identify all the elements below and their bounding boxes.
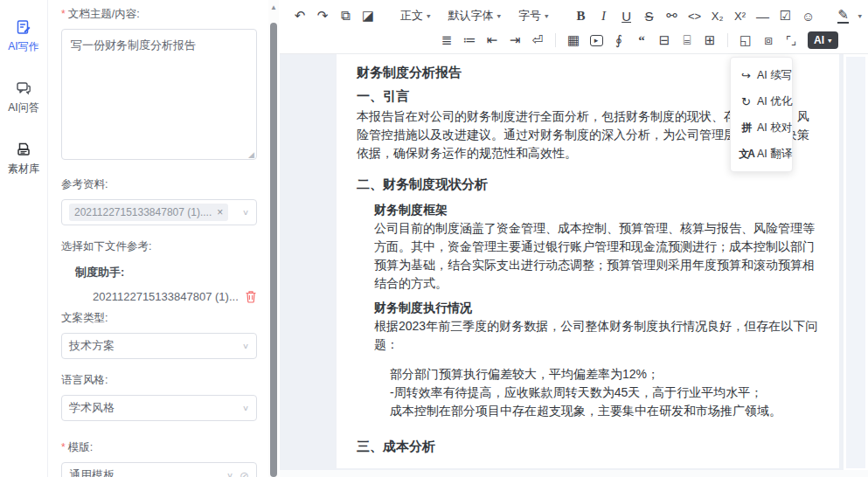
sidebar-item-ai-qa[interactable]: AI问答 [0,80,47,115]
format-painter-icon[interactable]: ⧉ [336,6,355,25]
highlight-glyph: ✎ [837,8,849,24]
menu-item-label: AI 翻译 [757,147,792,162]
menu-item-label: AI 续写 [757,68,792,83]
sidebar-item-label[interactable]: 素材库 [0,162,47,176]
emoji-icon[interactable]: ☺ [799,6,818,25]
ai-dropdown-menu: ↪ AI 续写 ↻ AI 优化 拼 AI 校对 文A AI 翻译 [730,57,793,172]
print-icon[interactable]: ⧈ [759,31,778,50]
ai-menu-button[interactable]: AI ▾ [808,31,838,49]
video-icon[interactable]: ▸ [587,31,606,50]
link-icon[interactable]: ⚯ [663,6,682,25]
resize-grip-icon[interactable]: ◢ [248,150,254,159]
table-icon[interactable]: ⊞ [700,31,719,50]
delete-file-icon[interactable] [245,290,257,303]
redo-icon[interactable]: ↷ [313,6,332,25]
eraser-icon[interactable]: ◪ [358,6,378,25]
chevron-down-icon: ∨ [242,208,249,217]
fullscreen-icon[interactable]: ⌜⌟ [781,31,801,50]
strikethrough-icon[interactable]: S [640,6,659,25]
template-label-text: 模版: [68,441,93,453]
chevron-down-icon[interactable]: ▾ [858,12,863,20]
style-select[interactable]: 学术风格 ∨ [61,395,257,421]
chevron-down-icon: ▾ [545,12,549,20]
reference-tag-text: 2021122715133847807 (1).... [74,206,212,218]
doc-subheading: 财务制度执行情况 [374,299,820,317]
ai-write-form-panel: *文档主题/内容: 写一份财务制度分析报告 ◢ 参考资料: 2021122715… [49,0,267,477]
outdent-icon[interactable]: ⇤ [483,31,502,50]
menu-item-ai-translate[interactable]: 文A AI 翻译 [731,141,792,167]
reference-group: 参考资料: 2021122715133847807 (1).... × ∨ [61,177,257,225]
subscript-icon[interactable]: X₂ [708,6,727,25]
sidebar-item-label[interactable]: AI写作 [0,39,47,54]
chevron-down-icon: ∨ [226,471,233,477]
paragraph-style-value: 正文 [400,8,423,24]
sidebar-item-library[interactable]: 素材库 [0,142,47,176]
page-setup-icon[interactable]: ◱ [736,31,755,50]
doc-heading-3: 三、成本分析 [357,437,820,457]
indent-icon[interactable]: ⇥ [505,31,524,50]
language-style-group: 语言风格: 学术风格 ∨ [61,373,257,421]
divider-block-icon[interactable]: ⊟ [655,31,674,50]
underline-icon[interactable]: U [617,6,636,25]
superscript-icon[interactable]: X² [731,6,750,25]
bullet-list-icon[interactable]: ≣ [437,31,456,50]
editor-canvas: 财务制度分析报告 一、引言 本报告旨在对公司的财务制度进行全面分析，包括财务制度… [280,54,844,477]
required-mark: * [61,441,66,453]
scrollbar-thumb[interactable] [270,23,277,477]
ai-qa-icon [0,80,47,98]
sidebar-item-label[interactable]: AI问答 [0,100,47,115]
attachment-icon[interactable]: ∮ [609,31,628,50]
left-nav: AI写作 AI问答 素材库 [0,0,48,477]
ordered-list-icon[interactable]: ≔ [460,31,479,50]
sidebar-item-ai-write[interactable]: AI写作 [0,19,47,54]
font-color-icon[interactable]: A [864,6,868,25]
scroll-up-icon[interactable]: ▲ [268,3,279,11]
menu-item-ai-continue[interactable]: ↪ AI 续写 [731,62,792,88]
form-scrollbar[interactable]: ▲ [268,0,279,477]
chevron-down-icon: ▾ [427,12,431,20]
editor-bottom-strip [280,470,868,477]
file-reference-group: 选择如下文件参考: 制度助手: 2021122715133847807 (1).… [61,239,257,303]
copy-type-select[interactable]: 技术方案 ∨ [61,333,257,359]
undo-icon[interactable]: ↶ [290,6,309,25]
doc-paragraph: 根据2023年前三季度的财务数据，公司整体财务制度执行情况良好，但存在以下问题： [374,317,820,354]
reference-select[interactable]: 2021122715133847807 (1).... × ∨ [61,199,257,225]
toolbar-row-1: ↶ ↷ ⧉ ◪ 正文 ▾ 默认字体 ▾ 字号 ▾ B I [280,3,868,28]
code-block-icon[interactable]: ⌸ [677,31,697,50]
font-size-select[interactable]: 字号 ▾ [518,8,549,24]
italic-icon[interactable]: I [594,6,614,25]
horizontal-rule-icon[interactable]: — [753,6,773,25]
ai-button-label: AI [814,34,824,46]
image-icon[interactable]: ▦ [564,31,583,50]
translate-icon: 文A [739,147,753,162]
doc-subheading: 财务制度框架 [374,201,820,219]
inline-code-icon[interactable]: <> [685,6,705,25]
editor-scrollbar-track[interactable] [846,57,865,468]
paragraph-style-select[interactable]: 正文 ▾ [400,8,431,24]
reference-file-row: 2021122715133847807 (1).... [93,290,257,303]
chevron-down-icon: ▾ [497,12,502,20]
template-select[interactable]: 通用模板 ∨ ⊘ [61,462,257,477]
todo-checkbox-icon[interactable]: ☑ [776,6,795,25]
doc-list-item: 部分部门预算执行偏差较大，平均偏差率为12%； [390,365,820,384]
chevron-down-icon: ▾ [828,37,832,45]
menu-item-ai-optimize[interactable]: ↻ AI 优化 [731,88,792,114]
menu-item-ai-proofread[interactable]: 拼 AI 校对 [731,114,792,141]
continue-writing-icon: ↪ [739,69,753,82]
chevron-down-icon: ∨ [242,342,249,350]
font-family-value: 默认字体 [448,8,494,24]
font-family-select[interactable]: 默认字体 ▾ [448,8,502,24]
blockquote-icon[interactable]: “ [632,31,651,50]
doc-list-item: -周转效率有待提高，应收账款周转天数为45天，高于行业平均水平； [390,384,820,402]
assistant-label: 制度助手: [75,265,257,280]
line-break-icon[interactable]: ⏎ [528,31,547,50]
template-group: *模版: 通用模板 ∨ ⊘ [61,440,257,477]
topic-textarea[interactable]: 写一份财务制度分析报告 [61,29,257,160]
tag-close-icon[interactable]: × [217,206,223,218]
app-window: AI写作 AI问答 素材库 *文档主题/内容: 写一份财务制度分析报告 ◢ 参考… [0,0,868,477]
font-size-value: 字号 [518,8,541,24]
highlight-color-icon[interactable]: ✎ [834,6,853,25]
reference-tag: 2021122715133847807 (1).... × [69,204,228,221]
bold-icon[interactable]: B [572,6,591,25]
required-mark: * [61,8,66,20]
